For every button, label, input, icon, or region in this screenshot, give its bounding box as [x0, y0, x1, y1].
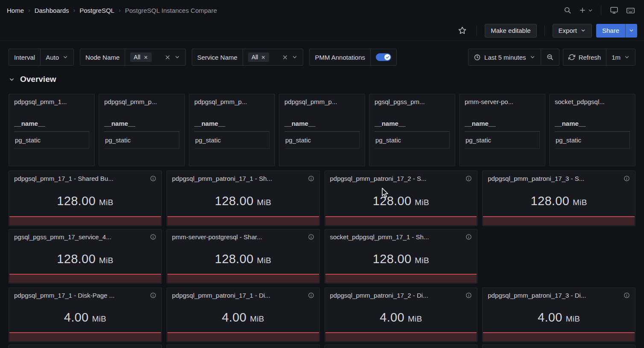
- stat-number: 128.00: [215, 252, 254, 266]
- stat-panel[interactable]: pdpgsql_pmm_17_1 - Disk-Page ... 4.00MiB: [9, 287, 162, 342]
- table-cell: pg_static: [104, 132, 179, 149]
- pmm-annotations-toggle[interactable]: [376, 53, 391, 61]
- stat-number: 128.00: [57, 252, 96, 266]
- info-icon[interactable]: [150, 292, 156, 299]
- clear-selection-icon[interactable]: [282, 54, 288, 61]
- zoom-out-button[interactable]: [541, 49, 559, 65]
- interval-value-dropdown[interactable]: Auto: [40, 49, 73, 65]
- stat-panel[interactable]: pdpgsql_pmm_patroni_17_3 - Di... 4.00MiB: [482, 287, 635, 342]
- refresh-button[interactable]: Refresh: [563, 49, 606, 65]
- service-name-value-dropdown[interactable]: All: [243, 49, 303, 65]
- share-button[interactable]: Share: [596, 24, 625, 38]
- stat-panel[interactable]: [325, 345, 478, 348]
- search-button[interactable]: [561, 3, 574, 17]
- node-name-value-dropdown[interactable]: All: [125, 49, 185, 65]
- stat-panel[interactable]: pdpgsql_pmm_patroni_17_1 - Di... 4.00MiB: [167, 287, 320, 342]
- breadcrumb-item-home[interactable]: Home: [7, 7, 24, 14]
- make-editable-button[interactable]: Make editable: [485, 24, 536, 38]
- clear-selection-icon[interactable]: [164, 54, 171, 61]
- stat-value: 128.00MiB: [325, 186, 477, 216]
- info-icon[interactable]: [624, 292, 630, 299]
- info-icon[interactable]: [150, 234, 156, 240]
- info-icon[interactable]: [308, 234, 314, 240]
- stat-panel[interactable]: [9, 345, 162, 348]
- keyboard-shortcuts-button[interactable]: [624, 3, 637, 17]
- table-panel[interactable]: pdpgsql_pmm_p... __name__ pg_static: [189, 94, 275, 166]
- stat-panel[interactable]: pdpgsql_pmm_patroni_17_1 - Sh... 128.00M…: [167, 171, 320, 226]
- time-controls: Last 5 minutes Refresh 1m: [468, 49, 635, 66]
- info-icon[interactable]: [308, 175, 314, 182]
- panel-title: pdpgsql_pmm_p...: [194, 98, 269, 105]
- table-cell: pg_static: [555, 132, 630, 149]
- time-range-group: Last 5 minutes: [468, 49, 559, 66]
- panel-title: socket_pdpgsql...: [555, 98, 630, 105]
- table-panel[interactable]: pgsql_pgss_pm... __name__ pg_static: [369, 94, 455, 166]
- stat-unit: MiB: [99, 198, 114, 207]
- stat-value: 128.00MiB: [325, 244, 477, 274]
- overview-section-toggle[interactable]: Overview: [9, 72, 635, 87]
- remove-tag-icon[interactable]: [143, 55, 148, 60]
- node-name-label-text: Node Name: [85, 54, 120, 61]
- info-icon[interactable]: [465, 175, 472, 182]
- stat-panel[interactable]: [167, 345, 320, 348]
- info-icon[interactable]: [308, 292, 314, 299]
- kiosk-mode-button[interactable]: [607, 3, 621, 17]
- node-name-selected-tag[interactable]: All: [130, 52, 152, 62]
- table-panel[interactable]: pdpgsql_pmm_p... __name__ pg_static: [279, 94, 365, 166]
- info-icon[interactable]: [465, 292, 472, 299]
- export-button[interactable]: Export: [553, 24, 592, 38]
- interval-value-text: Auto: [46, 54, 59, 61]
- favorite-button[interactable]: [455, 24, 469, 38]
- stat-panel[interactable]: pdpgsql_pmm_patroni_17_2 - S... 128.00Mi…: [325, 171, 478, 226]
- sparkline: [483, 332, 635, 341]
- breadcrumb-current-page: PostgreSQL Instances Compare: [125, 7, 217, 14]
- plus-icon: [579, 6, 586, 14]
- stat-panel[interactable]: pdpgsql_pmm_17_1 - Shared Bu... 128.00Mi…: [9, 171, 162, 226]
- stat-panel[interactable]: socket_pdpgsql_pmm_17_1 - Sh... 128.00Mi…: [325, 229, 478, 284]
- panel-title: pdpgsql_pmm_patroni_17_1 - Sh...: [172, 175, 272, 182]
- chevron-down-icon: [580, 28, 586, 33]
- chevron-down-icon[interactable]: [292, 54, 298, 60]
- stat-panel[interactable]: pdpgsql_pmm_patroni_17_3 - S... 128.00Mi…: [482, 171, 635, 226]
- stat-panel[interactable]: pdpgsql_pmm_patroni_17_2 - Di... 4.00MiB: [325, 287, 478, 342]
- panel-title: pdpgsql_pmm_patroni_17_2 - S...: [330, 175, 427, 182]
- table-panel[interactable]: socket_pdpgsql... __name__ pg_static: [549, 94, 635, 166]
- stat-number: 128.00: [373, 252, 412, 266]
- sparkline: [167, 332, 319, 341]
- search-icon: [563, 6, 572, 14]
- panel-title: socket_pdpgsql_pmm_17_1 - Sh...: [330, 233, 429, 241]
- stat-number: 128.00: [215, 194, 254, 208]
- stat-number: 128.00: [373, 194, 412, 208]
- sparkline: [325, 216, 477, 225]
- chevron-down-icon[interactable]: [174, 54, 180, 60]
- table-panel[interactable]: pmm-server-po... __name__ pg_static: [459, 94, 545, 166]
- stat-unit: MiB: [99, 256, 114, 265]
- stat-value: 4.00MiB: [483, 302, 635, 332]
- breadcrumb-item-dashboards[interactable]: Dashboards: [35, 7, 69, 14]
- table-panel[interactable]: pdpgsql_pmm_1... __name__ pg_static: [9, 94, 95, 166]
- toggle-knob: [384, 54, 390, 60]
- info-icon[interactable]: [150, 175, 156, 182]
- time-range-picker[interactable]: Last 5 minutes: [468, 49, 541, 65]
- chevron-down-icon: [530, 54, 536, 60]
- panel-title: pdpgsql_pmm_patroni_17_2 - Di...: [330, 292, 428, 299]
- toolbar-divider: [544, 26, 545, 36]
- table-panel[interactable]: pdpgsql_pmm_p... __name__ pg_static: [99, 94, 185, 166]
- table-cell: pg_static: [465, 132, 540, 149]
- add-new-button[interactable]: [577, 3, 595, 17]
- stat-panel[interactable]: pmm-server-postgresql - Shar... 128.00Mi…: [167, 229, 320, 284]
- refresh-icon: [568, 54, 575, 61]
- service-name-label-text: Service Name: [197, 54, 237, 61]
- share-dropdown-button[interactable]: [625, 24, 637, 38]
- stat-panel[interactable]: pgsql_pgss_pmm_17_service_4... 128.00MiB: [9, 229, 162, 284]
- refresh-interval-dropdown[interactable]: 1m: [606, 49, 635, 65]
- info-icon[interactable]: [465, 234, 472, 240]
- breadcrumb-item-postgresql[interactable]: PostgreSQL: [79, 7, 114, 14]
- remove-tag-icon[interactable]: [261, 55, 266, 60]
- info-icon[interactable]: [624, 175, 630, 182]
- stat-unit: MiB: [257, 198, 272, 207]
- service-name-selected-tag[interactable]: All: [248, 52, 269, 62]
- interval-label-text: Interval: [14, 54, 35, 61]
- stat-panel[interactable]: [482, 345, 635, 348]
- chevron-down-icon: [624, 54, 630, 60]
